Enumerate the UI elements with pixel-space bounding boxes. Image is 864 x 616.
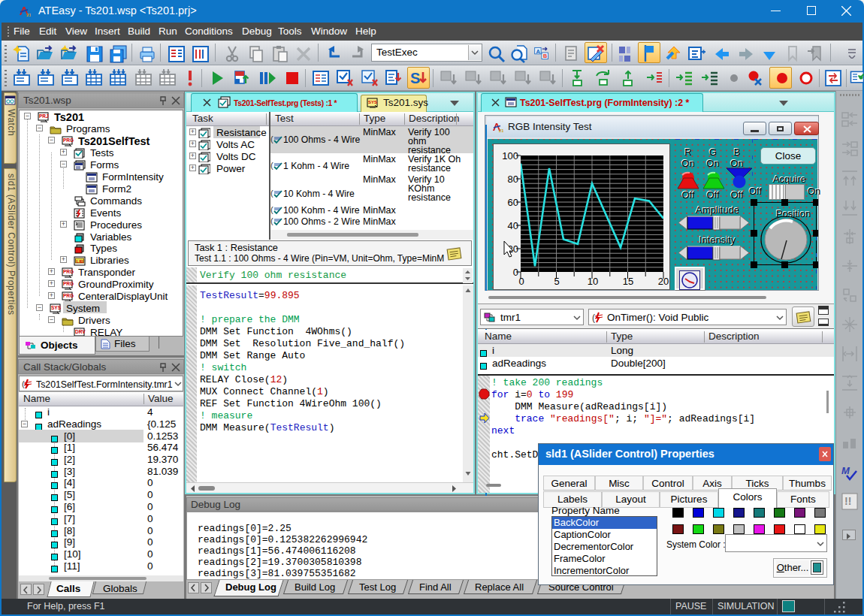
svg-text:PRG: PRG bbox=[63, 269, 74, 274]
svg-text:S: S bbox=[410, 70, 420, 86]
svg-text:(: ( bbox=[270, 216, 273, 225]
svg-text:PRG: PRG bbox=[63, 137, 74, 143]
svg-text:LIB: LIB bbox=[77, 259, 84, 264]
svg-text:A: A bbox=[536, 48, 540, 55]
svg-text:(: ( bbox=[270, 134, 273, 143]
svg-text:PRJ: PRJ bbox=[39, 113, 49, 119]
svg-text:PRG: PRG bbox=[63, 281, 74, 286]
svg-text:SYS: SYS bbox=[51, 305, 62, 310]
svg-text:PRG: PRG bbox=[63, 293, 74, 298]
svg-text:(: ( bbox=[270, 161, 273, 170]
svg-text:!!: !! bbox=[844, 495, 851, 507]
svg-text:SYS: SYS bbox=[368, 100, 377, 104]
svg-text:B: B bbox=[543, 53, 548, 59]
svg-text:21: 21 bbox=[26, 13, 31, 17]
svg-text:(: ( bbox=[22, 379, 25, 388]
svg-text:(: ( bbox=[270, 189, 273, 198]
svg-text:(: ( bbox=[592, 313, 595, 323]
svg-text:DRV: DRV bbox=[75, 329, 86, 334]
svg-text:M: M bbox=[841, 465, 850, 476]
svg-text:21: 21 bbox=[499, 128, 503, 133]
svg-text:(: ( bbox=[270, 205, 273, 214]
